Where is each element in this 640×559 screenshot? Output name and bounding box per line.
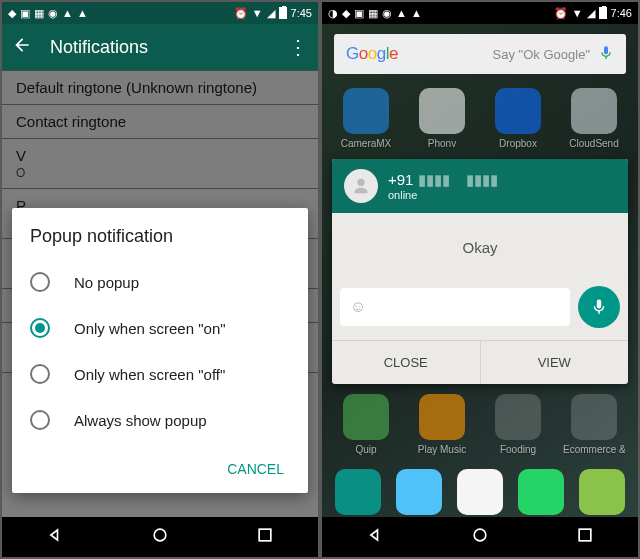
svg-point-0 bbox=[154, 529, 166, 541]
app-icon[interactable]: Play Music bbox=[411, 394, 473, 455]
wifi-icon: ▼ bbox=[252, 7, 263, 19]
dominos-icon: ◉ bbox=[48, 7, 58, 20]
battery-icon bbox=[279, 7, 287, 19]
app-icon[interactable] bbox=[328, 469, 389, 515]
whatsapp-icon: ◑ bbox=[328, 7, 338, 20]
app-icon[interactable] bbox=[450, 469, 511, 515]
navbar bbox=[322, 517, 638, 557]
app-icon[interactable]: Dropbox bbox=[487, 88, 549, 149]
view-button[interactable]: VIEW bbox=[480, 341, 629, 384]
app-icon[interactable]: CameraMX bbox=[335, 88, 397, 149]
fb-icon: ◆ bbox=[342, 7, 350, 20]
mic-icon[interactable] bbox=[598, 45, 614, 64]
reply-input[interactable]: ☺ bbox=[340, 288, 570, 326]
wifi-icon: ▼ bbox=[572, 7, 583, 19]
pic-icon: ▦ bbox=[34, 7, 44, 20]
popup-contact: +91 bbox=[388, 171, 413, 188]
chat-icon: ▣ bbox=[354, 7, 364, 20]
app-icon[interactable]: Quip bbox=[335, 394, 397, 455]
popup-dialog: Popup notification No popupOnly when scr… bbox=[12, 208, 308, 493]
google-search-bar[interactable]: Google Say "Ok Google" bbox=[334, 34, 626, 74]
radio-icon bbox=[30, 272, 50, 292]
search-hint: Say "Ok Google" bbox=[406, 47, 590, 62]
radio-icon bbox=[30, 410, 50, 430]
pic-icon: ▦ bbox=[368, 7, 378, 20]
overflow-icon[interactable]: ⋮ bbox=[288, 35, 308, 59]
back-icon[interactable] bbox=[12, 35, 32, 59]
dominos-icon: ◉ bbox=[382, 7, 392, 20]
status-time: 7:46 bbox=[611, 7, 632, 19]
phone-right: ◑ ◆ ▣ ▦ ◉ ▲ ▲ ⏰ ▼ ◢ 7:46 Google Say "Ok … bbox=[322, 2, 638, 557]
nav-recent-icon[interactable] bbox=[575, 525, 595, 549]
popup-message: Okay bbox=[332, 213, 628, 282]
clipboard2-icon: ▲ bbox=[77, 7, 88, 19]
page-title: Notifications bbox=[50, 37, 270, 58]
svg-rect-1 bbox=[259, 529, 271, 541]
nav-home-icon[interactable] bbox=[470, 525, 490, 549]
alarm-icon: ⏰ bbox=[234, 7, 248, 20]
app-icon[interactable] bbox=[389, 469, 450, 515]
signal-icon: ◢ bbox=[587, 7, 595, 20]
chat-icon: ▣ bbox=[20, 7, 30, 20]
statusbar: ◑ ◆ ▣ ▦ ◉ ▲ ▲ ⏰ ▼ ◢ 7:46 bbox=[322, 2, 638, 24]
avatar-icon bbox=[344, 169, 378, 203]
emoji-icon[interactable]: ☺ bbox=[350, 298, 366, 316]
navbar bbox=[2, 517, 318, 557]
app-icon[interactable]: Fooding bbox=[487, 394, 549, 455]
fb-icon: ◆ bbox=[8, 7, 16, 20]
clipboard-icon: ▲ bbox=[62, 7, 73, 19]
nav-recent-icon[interactable] bbox=[255, 525, 275, 549]
google-logo: Google bbox=[346, 44, 398, 64]
status-time: 7:45 bbox=[291, 7, 312, 19]
close-button[interactable]: CLOSE bbox=[332, 341, 480, 384]
radio-option[interactable]: Only when screen "off" bbox=[30, 351, 290, 397]
whatsapp-popup: +91 ▮▮▮▮ ▮▮▮▮ online Okay ☺ CLOSE VIEW bbox=[332, 159, 628, 384]
radio-icon bbox=[30, 364, 50, 384]
phone-left: ◆ ▣ ▦ ◉ ▲ ▲ ⏰ ▼ ◢ 7:45 Notifications ⋮ D… bbox=[2, 2, 318, 557]
voice-button[interactable] bbox=[578, 286, 620, 328]
radio-option[interactable]: Always show popup bbox=[30, 397, 290, 443]
app-icon[interactable]: Phonv bbox=[411, 88, 473, 149]
clipboard-icon: ▲ bbox=[396, 7, 407, 19]
statusbar: ◆ ▣ ▦ ◉ ▲ ▲ ⏰ ▼ ◢ 7:45 bbox=[2, 2, 318, 24]
radio-option[interactable]: No popup bbox=[30, 259, 290, 305]
app-icon[interactable]: CloudSend bbox=[563, 88, 625, 149]
settings-content: Default ringtone (Unknown ringtone)Conta… bbox=[2, 70, 318, 517]
radio-option[interactable]: Only when screen "on" bbox=[30, 305, 290, 351]
svg-rect-3 bbox=[579, 529, 591, 541]
nav-back-icon[interactable] bbox=[365, 525, 385, 549]
home-screen: Google Say "Ok Google" CameraMXPhonvDrop… bbox=[322, 24, 638, 517]
app-icon[interactable]: Ecommerce & bbox=[563, 394, 625, 455]
popup-header[interactable]: +91 ▮▮▮▮ ▮▮▮▮ online bbox=[332, 159, 628, 213]
battery-icon bbox=[599, 7, 607, 19]
app-icon[interactable] bbox=[571, 469, 632, 515]
popup-status: online bbox=[388, 189, 498, 201]
dialog-title: Popup notification bbox=[30, 226, 290, 247]
nav-back-icon[interactable] bbox=[45, 525, 65, 549]
radio-icon bbox=[30, 318, 50, 338]
signal-icon: ◢ bbox=[267, 7, 275, 20]
actionbar: Notifications ⋮ bbox=[2, 24, 318, 70]
cancel-button[interactable]: CANCEL bbox=[221, 451, 290, 487]
svg-point-2 bbox=[474, 529, 486, 541]
redacted: ▮▮▮▮ ▮▮▮▮ bbox=[418, 171, 499, 188]
alarm-icon: ⏰ bbox=[554, 7, 568, 20]
nav-home-icon[interactable] bbox=[150, 525, 170, 549]
app-icon[interactable] bbox=[510, 469, 571, 515]
clipboard2-icon: ▲ bbox=[411, 7, 422, 19]
